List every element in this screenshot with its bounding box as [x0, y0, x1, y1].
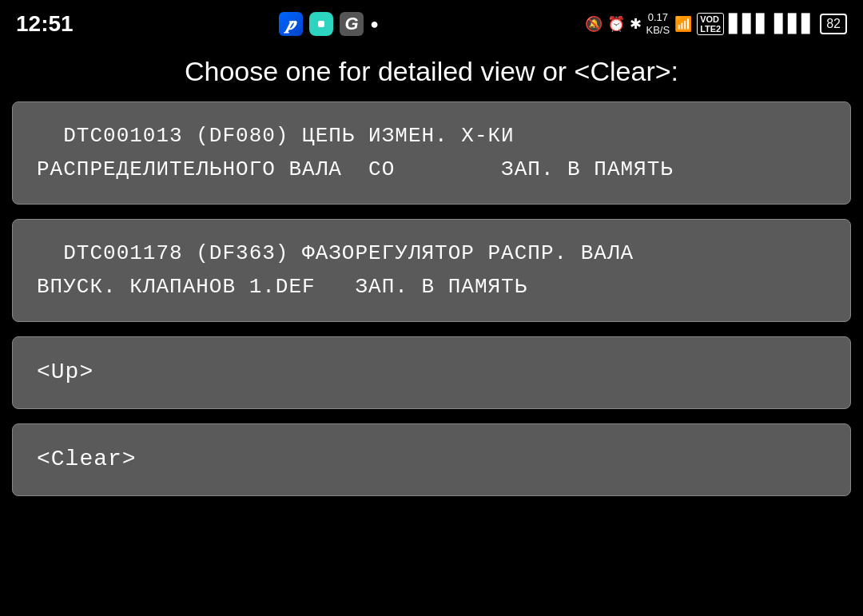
- signal-2-icon: ▋▋▋: [774, 14, 815, 34]
- app-icon-g: G: [340, 12, 364, 36]
- status-time: 12:51: [16, 11, 74, 37]
- network-speed: 0.17 KB/S: [646, 11, 670, 36]
- dot-icon: ●: [370, 16, 379, 33]
- list-item-dtc1-text: DTC001013 (DF080) ЦЕПЬ ИЗМЕН. Х-КИ РАСПР…: [37, 120, 826, 186]
- svg-rect-1: [318, 21, 324, 27]
- list-item-dtc1[interactable]: DTC001013 (DF080) ЦЕПЬ ИЗМЕН. Х-КИ РАСПР…: [12, 101, 851, 205]
- app-icon-blue: 𝒑: [279, 12, 303, 36]
- page-title: Choose one for detailed view or <Clear>:: [12, 56, 851, 87]
- list-item-dtc2[interactable]: DTC001178 (DF363) ФАЗОРЕГУЛЯТОР РАСПР. В…: [12, 219, 851, 322]
- battery-icon: 82: [820, 14, 847, 34]
- up-button-label: <Up>: [37, 355, 826, 391]
- app-icons: 𝒑 G ●: [279, 12, 379, 36]
- clear-button-label: <Clear>: [37, 442, 826, 478]
- clear-button[interactable]: <Clear>: [12, 423, 851, 496]
- up-button[interactable]: <Up>: [12, 336, 851, 409]
- status-right-icons: 🔕 ⏰ ✱ 0.17 KB/S 📶 VODLTE2 ▋▋▋ ▋▋▋ 82: [585, 11, 848, 36]
- signal-1-icon: ▋▋▋: [729, 14, 770, 34]
- bluetooth-icon: ✱: [630, 15, 642, 33]
- mute-icon: 🔕: [585, 15, 603, 33]
- app-icon-teal: [309, 12, 333, 36]
- lte-badge: VODLTE2: [697, 13, 724, 35]
- alarm-icon: ⏰: [607, 15, 625, 33]
- wifi-icon: 📶: [674, 15, 692, 33]
- main-content: Choose one for detailed view or <Clear>:…: [0, 48, 863, 519]
- status-bar: 12:51 𝒑 G ● 🔕 ⏰ ✱ 0.17 KB/S 📶 VODLTE2 ▋▋…: [0, 0, 863, 48]
- list-item-dtc2-text: DTC001178 (DF363) ФАЗОРЕГУЛЯТОР РАСПР. В…: [37, 237, 826, 304]
